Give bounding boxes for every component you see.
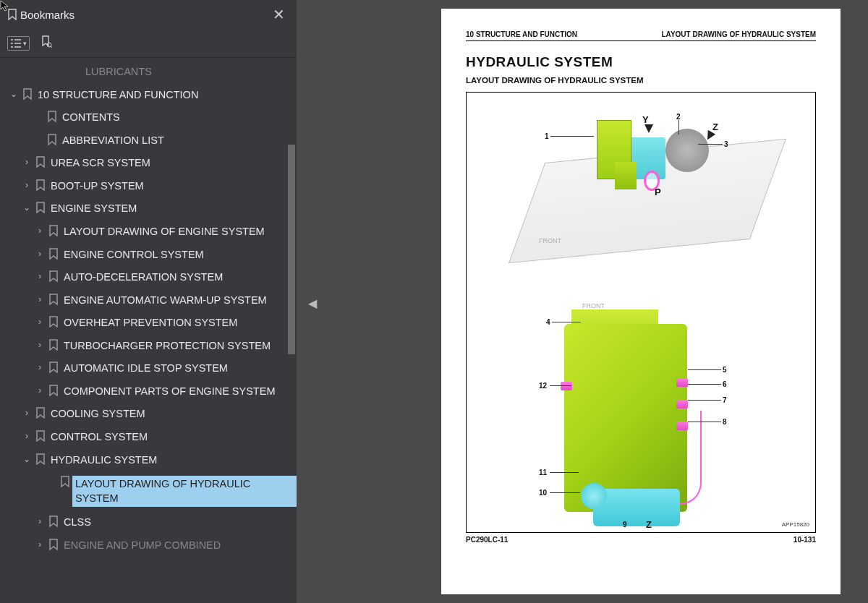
callout-P: P (655, 187, 661, 197)
chevron-right-icon[interactable]: › (33, 362, 46, 373)
bookmark-cooling[interactable]: › COOLING SYSTEM (0, 403, 297, 426)
bookmark-idle-stop[interactable]: › AUTOMATIC IDLE STOP SYSTEM (0, 357, 297, 380)
chevron-down-icon[interactable]: ⌄ (20, 453, 33, 465)
solenoid-illustration (676, 378, 688, 387)
bookmark-warmup[interactable]: › ENGINE AUTOMATIC WARM-UP SYSTEM (0, 289, 297, 312)
image-code: APP15820 (782, 521, 809, 528)
document-viewport[interactable]: 10 STRUCTURE AND FUNCTION LAYOUT DRAWING… (441, 0, 868, 603)
leader-line (550, 492, 580, 493)
header-left: 10 STRUCTURE AND FUNCTION (466, 30, 577, 38)
callout-Z2: Z (646, 519, 652, 530)
leader-line (688, 400, 721, 401)
footer-left: PC290LC-11 (466, 536, 508, 544)
panel-divider: ◀ (297, 0, 441, 603)
page-header: 10 STRUCTURE AND FUNCTION LAYOUT DRAWING… (466, 30, 816, 41)
chevron-right-icon[interactable]: › (20, 179, 33, 191)
chevron-right-icon[interactable]: › (33, 225, 46, 236)
bookmark-bootup[interactable]: › BOOT-UP SYSTEM (0, 175, 297, 198)
bookmark-engine-control[interactable]: › ENGINE CONTROL SYSTEM (0, 244, 297, 267)
bookmarks-header: Bookmarks ✕ (0, 0, 297, 29)
leader-line (688, 369, 721, 370)
chevron-right-icon[interactable]: › (33, 316, 46, 328)
chevron-right-icon[interactable]: › (33, 339, 46, 351)
leader-line (550, 136, 594, 137)
callout-8: 8 (723, 418, 727, 426)
chevron-down-icon[interactable]: ⌄ (20, 202, 33, 213)
dropdown-caret-icon: ▾ (23, 40, 27, 47)
page-subtitle: LAYOUT DRAWING OF HYDRAULIC SYSTEM (466, 76, 816, 85)
chevron-right-icon[interactable]: › (33, 270, 46, 282)
document-page: 10 STRUCTURE AND FUNCTION LAYOUT DRAWING… (441, 9, 841, 594)
chevron-right-icon[interactable]: › (20, 156, 33, 168)
callout-9: 9 (623, 521, 627, 529)
bookmark-lubricants[interactable]: ›LUBRICANTS (0, 61, 297, 84)
tank-base-illustration (615, 162, 637, 189)
callout-12: 12 (539, 382, 547, 390)
chevron-right-icon[interactable]: › (20, 430, 33, 442)
callout-4: 4 (546, 318, 550, 326)
leader-line (678, 120, 679, 134)
close-panel-button[interactable]: ✕ (268, 6, 289, 23)
list-icon (10, 38, 22, 48)
fan-illustration (665, 129, 709, 172)
bookmark-hydraulic[interactable]: ⌄ HYDRAULIC SYSTEM (0, 449, 297, 472)
diagram-frame: FRONT FRONT Y Z P 1 2 3 4 (466, 92, 816, 533)
chevron-right-icon[interactable]: › (33, 516, 46, 527)
front-arrow-label-2: FRONT (582, 302, 605, 309)
bookmarks-toolbar: ▾ (0, 29, 297, 58)
page-title: HYDRAULIC SYSTEM (466, 54, 816, 70)
chevron-right-icon[interactable]: › (33, 385, 46, 396)
bookmark-turbo[interactable]: › TURBOCHARGER PROTECTION SYSTEM (0, 335, 297, 358)
valve-ball-illustration (581, 483, 607, 509)
bookmark-structure-function[interactable]: ⌄ 10 STRUCTURE AND FUNCTION (0, 84, 297, 107)
bookmark-abbreviation[interactable]: › ABBREVIATION LIST (0, 129, 297, 153)
bookmark-urea-scr[interactable]: › UREA SCR SYSTEM (0, 152, 297, 175)
mouse-cursor-icon (0, 0, 12, 12)
bookmark-hydraulic-layout[interactable]: › LAYOUT DRAWING OF HYDRAULIC SYSTEM (0, 471, 297, 511)
bookmark-overheat[interactable]: › OVERHEAT PREVENTION SYSTEM (0, 312, 297, 335)
callout-1: 1 (545, 132, 549, 140)
solenoid-illustration (561, 382, 572, 390)
page-footer: PC290LC-11 10-131 (466, 536, 816, 544)
chevron-down-icon[interactable]: ⌄ (7, 88, 20, 100)
bookmark-engine-system[interactable]: ⌄ ENGINE SYSTEM (0, 197, 297, 221)
solenoid-illustration (676, 400, 688, 409)
leader-line (550, 472, 579, 473)
leader-line (688, 384, 721, 385)
bookmark-control[interactable]: › CONTROL SYSTEM (0, 426, 297, 449)
bookmark-component-parts[interactable]: › COMPONENT PARTS OF ENGINE SYSTEM (0, 380, 297, 403)
panel-title: Bookmarks (17, 9, 268, 21)
bookmark-clss[interactable]: › CLSS (0, 511, 297, 534)
callout-10: 10 (539, 489, 547, 497)
callout-Z: Z (712, 121, 718, 132)
leader-line (552, 322, 581, 322)
chevron-right-icon[interactable]: › (33, 294, 46, 305)
find-bookmark-button[interactable] (40, 35, 53, 51)
header-right: LAYOUT DRAWING OF HYDRAULIC SYSTEM (661, 30, 816, 38)
callout-7: 7 (723, 396, 727, 404)
leader-line (688, 422, 721, 422)
leader-line (698, 144, 723, 145)
bookmarks-tree[interactable]: ›LUBRICANTS ⌄ 10 STRUCTURE AND FUNCTION … (0, 58, 297, 603)
callout-3: 3 (724, 140, 728, 148)
scrollbar-thumb[interactable] (288, 145, 295, 354)
callout-11: 11 (539, 469, 547, 476)
callout-6: 6 (723, 380, 727, 388)
chevron-right-icon[interactable]: › (33, 539, 46, 550)
bookmark-engine-layout[interactable]: › LAYOUT DRAWING OF ENGINE SYSTEM (0, 221, 297, 244)
collapse-sidebar-button[interactable]: ◀ (308, 296, 317, 310)
bookmark-contents[interactable]: › CONTENTS (0, 106, 297, 129)
callout-Y: Y (642, 114, 649, 125)
leader-line (550, 385, 571, 386)
bookmark-search-icon (40, 35, 53, 48)
down-arrow-icon (644, 124, 653, 133)
outline-options-button[interactable]: ▾ (7, 36, 30, 51)
bookmark-auto-decel[interactable]: › AUTO-DECELERATION SYSTEM (0, 266, 297, 289)
bookmarks-panel: Bookmarks ✕ ▾ ›LUBRICANTS ⌄ 10 STRUCTURE… (0, 0, 297, 603)
footer-right: 10-131 (793, 536, 816, 544)
callout-5: 5 (723, 366, 727, 374)
chevron-right-icon[interactable]: › (20, 407, 33, 419)
front-arrow-label: FRONT (539, 237, 561, 244)
bookmark-engine-pump[interactable]: › ENGINE AND PUMP COMBINED (0, 534, 297, 557)
chevron-right-icon[interactable]: › (33, 248, 46, 260)
